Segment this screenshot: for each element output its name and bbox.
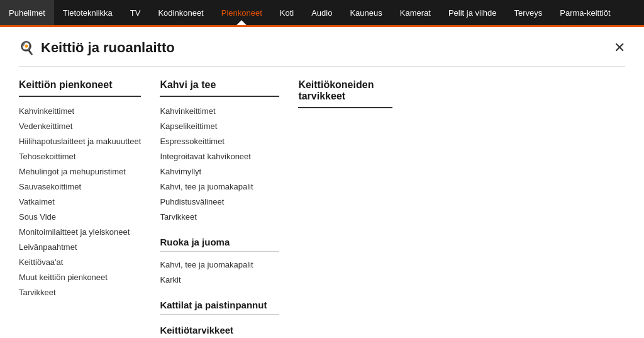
list-item: Karkit	[160, 272, 279, 287]
list-item: Leivänpaahtmet	[19, 239, 141, 254]
col-kahvi-tee: Kahvi ja tee Kahvinkeittimet Kapselikeit…	[160, 79, 298, 338]
col3-header: Keittiökoneiden tarvikkeet	[298, 79, 392, 108]
list-item: Integroitavat kahvikoneet	[160, 149, 279, 164]
list-item: Kahvimyllyt	[160, 164, 279, 179]
link-kahvinkeittimet2[interactable]: Kahvinkeittimet	[160, 106, 215, 116]
dropdown-panel: 🍳 Keittiö ja ruoanlaitto ✕ Keittiön pien…	[0, 25, 644, 338]
col2-section3-header: Kattilat ja paistinpannut	[160, 300, 279, 315]
col2-kahvi-list: Kahvinkeittimet Kapselikeittimet Espress…	[160, 103, 279, 224]
list-item: Puhdistusvälineet	[160, 194, 279, 209]
list-item: Kahvi, tee ja juomakapalit	[160, 179, 279, 194]
col-keittion-tarvikkeet: Keittiökoneiden tarvikkeet	[298, 79, 411, 338]
link-mehulingot[interactable]: Mehulingot ja mehupuristimet	[19, 167, 126, 176]
link-vedenkeittimet[interactable]: Vedenkeittimet	[19, 121, 72, 131]
list-item: Sauvasekoittimet	[19, 179, 141, 194]
nav-item-kamerat[interactable]: Kamerat	[391, 0, 440, 25]
panel-title: 🍳 Keittiö ja ruoanlaitto	[19, 40, 175, 56]
nav-item-audio[interactable]: Audio	[303, 0, 341, 25]
list-item: Vedenkeittimet	[19, 118, 141, 133]
list-item: Keittiövaa'at	[19, 254, 141, 269]
col2-section1-header: Kahvi ja tee	[160, 79, 279, 97]
link-leivanpaahtmet[interactable]: Leivänpaahtmet	[19, 242, 77, 252]
col1-header: Keittiön pienkoneet	[19, 79, 141, 97]
link-tarvikkeet-col2[interactable]: Tarvikkeet	[160, 212, 197, 222]
list-item: Kapselikeittimet	[160, 118, 279, 133]
link-tehosekoittimet[interactable]: Tehosekoittimet	[19, 152, 75, 161]
list-item: Espressokeittimet	[160, 133, 279, 149]
link-kapselikeittimet[interactable]: Kapselikeittimet	[160, 121, 217, 131]
nav-item-terveys[interactable]: Terveys	[506, 0, 552, 25]
list-item: Tehosekoittimet	[19, 149, 141, 164]
link-muut[interactable]: Muut keittiön pienkoneet	[19, 273, 108, 282]
close-button[interactable]: ✕	[614, 41, 625, 55]
list-item: Tarvikkeet	[160, 209, 279, 224]
link-kahvi-tee-juoma[interactable]: Kahvi, tee ja juomakapalit	[160, 182, 253, 191]
link-kahvinkeittimet[interactable]: Kahvinkeittimet	[19, 106, 74, 116]
link-karkit[interactable]: Karkit	[160, 275, 180, 284]
col-keittion-pienkoneet: Keittiön pienkoneet Kahvinkeittimet Vede…	[19, 79, 160, 338]
panel-title-text: Keittiö ja ruoanlaitto	[41, 40, 175, 56]
panel-header: 🍳 Keittiö ja ruoanlaitto ✕	[19, 40, 625, 67]
link-keittiövaaat[interactable]: Keittiövaa'at	[19, 257, 63, 267]
nav-item-parma[interactable]: Parma-keittiöt	[551, 0, 619, 25]
nav-item-pelit[interactable]: Pelit ja viihde	[440, 0, 506, 25]
link-sauvasekoittimet[interactable]: Sauvasekoittimet	[19, 182, 81, 191]
link-puhdistusvalineet[interactable]: Puhdistusvälineet	[160, 197, 224, 206]
link-vatkaimet[interactable]: Vatkaimet	[19, 197, 55, 206]
link-monitoimilaitteet[interactable]: Monitoimilaitteet ja yleiskoneet	[19, 227, 130, 237]
link-integroitavat[interactable]: Integroitavat kahvikoneet	[160, 152, 251, 161]
list-item: Kahvinkeittimet	[19, 103, 141, 118]
col2-ruoka-list: Kahvi, tee ja juomakapalit Karkit	[160, 257, 279, 287]
kitchen-icon: 🍳	[19, 40, 35, 55]
nav-item-koti[interactable]: Koti	[271, 0, 303, 25]
list-item: Sous Vide	[19, 209, 141, 224]
nav-item-tv[interactable]: TV	[121, 0, 150, 25]
col2-section4-header: Keittiötarvikkeet	[160, 325, 279, 338]
list-item: Kahvinkeittimet	[160, 103, 279, 118]
col1-list: Kahvinkeittimet Vedenkeittimet Hiilihapo…	[19, 103, 141, 300]
link-kahvi-tee-juoma2[interactable]: Kahvi, tee ja juomakapalit	[160, 260, 253, 269]
nav-item-puhelimet[interactable]: Puhelimet	[0, 0, 54, 25]
link-sous-vide[interactable]: Sous Vide	[19, 212, 56, 222]
nav-item-tietotekniikka[interactable]: Tietotekniikka	[54, 0, 121, 25]
list-item: Monitoimilaitteet ja yleiskoneet	[19, 224, 141, 239]
link-tarvikkeet-col1[interactable]: Tarvikkeet	[19, 288, 56, 297]
columns-container: Keittiön pienkoneet Kahvinkeittimet Vede…	[19, 79, 625, 338]
nav-item-kauneus[interactable]: Kauneus	[341, 0, 391, 25]
link-kahvimyllyt[interactable]: Kahvimyllyt	[160, 167, 201, 176]
nav-item-pienkoneet[interactable]: Pienkoneet	[213, 0, 271, 25]
list-item: Tarvikkeet	[19, 284, 141, 300]
top-nav: Puhelimet Tietotekniikka TV Kodinkoneet …	[0, 0, 644, 25]
link-hiilihapotus[interactable]: Hiilihapotuslaitteet ja maku­uutteet	[19, 137, 141, 146]
list-item: Muut keittiön pienkoneet	[19, 269, 141, 284]
list-item: Hiilihapotuslaitteet ja maku­uutteet	[19, 133, 141, 149]
list-item: Kahvi, tee ja juomakapalit	[160, 257, 279, 272]
list-item: Vatkaimet	[19, 194, 141, 209]
link-espressokeittimet[interactable]: Espressokeittimet	[160, 137, 225, 146]
col2-section2-header: Ruoka ja juoma	[160, 237, 279, 252]
list-item: Mehulingot ja mehupuristimet	[19, 164, 141, 179]
nav-item-kodinkoneet[interactable]: Kodinkoneet	[149, 0, 212, 25]
